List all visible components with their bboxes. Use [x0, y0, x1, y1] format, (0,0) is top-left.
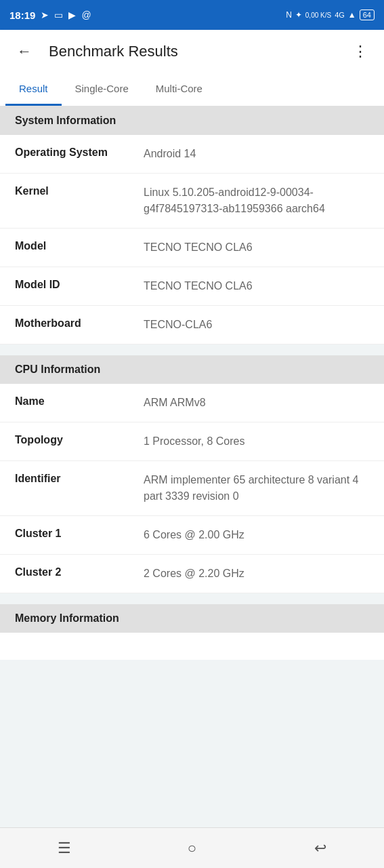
data-speed: 0,00 K/S	[305, 12, 331, 19]
status-right: N ✦ 0,00 K/S 4G ▲ 64	[286, 9, 375, 20]
motherboard-label: Motherboard	[15, 317, 144, 330]
back-arrow-icon: ←	[17, 43, 32, 60]
menu-button[interactable]: ☰	[47, 831, 81, 865]
signal-icon: ▲	[348, 10, 356, 20]
topology-value: 1 Processor, 8 Cores	[144, 433, 369, 450]
status-time: 18:19	[9, 9, 35, 21]
navigation-icon: ➤	[41, 9, 49, 20]
home-button[interactable]: ○	[175, 831, 209, 865]
cluster1-value: 6 Cores @ 2.00 GHz	[144, 527, 369, 543]
cluster1-label: Cluster 1	[15, 527, 144, 540]
topology-label: Topology	[15, 433, 144, 446]
youtube-icon: ▶	[68, 9, 76, 20]
model-label: Model	[15, 239, 144, 252]
system-info-header: System Information	[0, 106, 384, 135]
section-gap-2	[0, 593, 384, 604]
motherboard-value: TECNO-CLA6	[144, 317, 369, 333]
table-row: Name ARM ARMv8	[0, 384, 384, 422]
back-nav-icon: ↩	[314, 840, 326, 857]
back-button[interactable]: ←	[11, 38, 38, 65]
back-nav-button[interactable]: ↩	[303, 831, 337, 865]
more-icon: ⋮	[353, 43, 367, 60]
cpu-info-header: CPU Information	[0, 355, 384, 384]
app-bar: ← Benchmark Results ⋮	[0, 30, 384, 73]
home-icon: ○	[188, 840, 196, 857]
kernel-value: Linux 5.10.205-android12-9-00034-g4f7845…	[144, 184, 369, 217]
status-bar: 18:19 ➤ ▭ ▶ @ N ✦ 0,00 K/S 4G ▲ 64	[0, 0, 384, 30]
status-left: 18:19 ➤ ▭ ▶ @	[9, 9, 91, 21]
bluetooth-icon: ✦	[295, 10, 302, 20]
tab-result[interactable]: Result	[5, 73, 62, 106]
table-row: Identifier ARM implementer 65 architectu…	[0, 461, 384, 516]
identifier-value: ARM implementer 65 architecture 8 varian…	[144, 472, 369, 505]
table-row: Topology 1 Processor, 8 Cores	[0, 422, 384, 461]
table-row: Cluster 1 6 Cores @ 2.00 GHz	[0, 516, 384, 555]
cpu-name-label: Name	[15, 395, 144, 408]
kernel-label: Kernel	[15, 184, 144, 197]
os-value: Android 14	[144, 146, 369, 162]
tabs-bar: Result Single-Core Multi-Core	[0, 73, 384, 106]
bottom-spacer	[0, 633, 384, 660]
table-row: Operating System Android 14	[0, 135, 384, 174]
os-label: Operating System	[15, 146, 144, 159]
bottom-nav: ☰ ○ ↩	[0, 827, 384, 868]
model-id-value: TECNO TECNO CLA6	[144, 278, 369, 294]
tab-single-core[interactable]: Single-Core	[62, 73, 142, 106]
section-gap-1	[0, 344, 384, 355]
more-options-button[interactable]: ⋮	[346, 38, 373, 65]
menu-icon: ☰	[58, 840, 71, 857]
battery-icon: 64	[360, 9, 375, 20]
table-row: Kernel Linux 5.10.205-android12-9-00034-…	[0, 174, 384, 229]
table-row: Model TECNO TECNO CLA6	[0, 229, 384, 267]
cpu-name-value: ARM ARMv8	[144, 395, 369, 411]
memory-info-header: Memory Information	[0, 604, 384, 633]
identifier-label: Identifier	[15, 472, 144, 485]
nfc-icon: N	[286, 10, 292, 20]
email-icon: @	[81, 9, 91, 20]
tab-multi-core[interactable]: Multi-Core	[142, 73, 216, 106]
table-row: Model ID TECNO TECNO CLA6	[0, 267, 384, 306]
cluster2-label: Cluster 2	[15, 566, 144, 578]
content-area: System Information Operating System Andr…	[0, 106, 384, 827]
cluster2-value: 2 Cores @ 2.20 GHz	[144, 566, 369, 582]
model-value: TECNO TECNO CLA6	[144, 239, 369, 256]
cast-icon: ▭	[54, 9, 63, 20]
table-row: Motherboard TECNO-CLA6	[0, 306, 384, 344]
model-id-label: Model ID	[15, 278, 144, 291]
4g-lte-icon: 4G	[335, 11, 345, 19]
table-row: Cluster 2 2 Cores @ 2.20 GHz	[0, 555, 384, 593]
page-title: Benchmark Results	[49, 43, 335, 60]
